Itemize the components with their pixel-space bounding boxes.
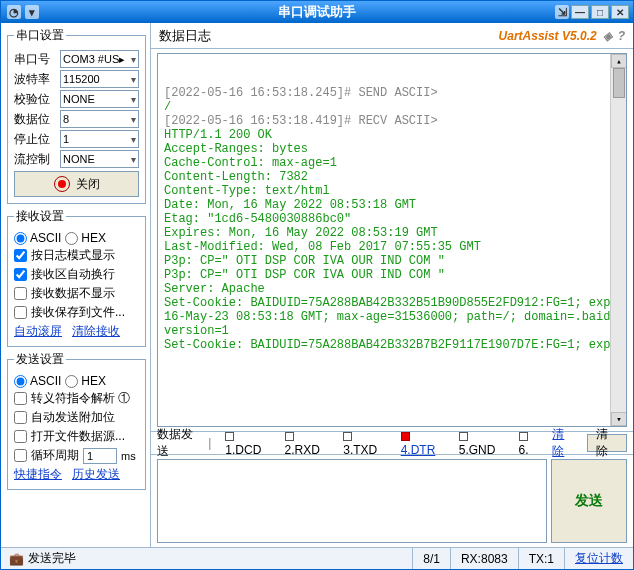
app-icon: ◔ — [7, 5, 21, 19]
diamond-icon[interactable]: ◈ — [603, 29, 612, 43]
scroll-down-icon[interactable]: ▾ — [611, 412, 627, 426]
send-opt-openfile[interactable]: 打开文件数据源... — [14, 428, 139, 445]
ready-icon: 💼 — [9, 552, 24, 566]
pin-icon[interactable]: ⇲ — [555, 5, 569, 19]
log-line: 16-May-23 08:53:18 GMT; max-age=31536000… — [164, 310, 620, 324]
log-line: / — [164, 100, 620, 114]
log-line: Content-Type: text/html — [164, 184, 620, 198]
log-line: P3p: CP=" OTI DSP COR IVA OUR IND COM " — [164, 254, 620, 268]
port-settings-group: 串口设置 串口号COM3 #US▸ 波特率115200 校验位NONE 数据位8… — [7, 27, 146, 204]
recv-settings-group: 接收设置 ASCII HEX 按日志模式显示 接收区自动换行 接收数据不显示 接… — [7, 208, 146, 347]
app-window: ◔ ▾ 串口调试助手 ⇲ — □ ✕ 串口设置 串口号COM3 #US▸ 波特率… — [0, 0, 634, 570]
send-hex-radio[interactable]: HEX — [65, 374, 106, 388]
pin-txd[interactable]: 3.TXD — [337, 427, 390, 459]
clear-top-link[interactable]: 清除 — [552, 426, 574, 460]
pin-gnd[interactable]: 5.GND — [453, 427, 509, 459]
log-title: 数据日志 — [159, 27, 211, 45]
send-input[interactable] — [157, 459, 547, 543]
log-line: P3p: CP=" OTI DSP COR IVA OUR IND COM " — [164, 268, 620, 282]
send-opt-append[interactable]: 自动发送附加位 — [14, 409, 139, 426]
right-panel: 数据日志 UartAssist V5.0.2 ◈ ? [2022-05-16 1… — [151, 23, 633, 547]
status-bar: 💼 发送完毕 8/1 RX:8083 TX:1 复位计数 — [1, 547, 633, 569]
scroll-thumb[interactable] — [613, 68, 625, 98]
close-window-button[interactable]: ✕ — [611, 5, 629, 19]
title-bar[interactable]: ◔ ▾ 串口调试助手 ⇲ — □ ✕ — [1, 1, 633, 23]
send-button[interactable]: 发送 — [551, 459, 627, 543]
send-header: 数据发送 | 1.DCD 2.RXD 3.TXD 4.DTR 5.GND 6. … — [151, 431, 633, 455]
pin-dcd[interactable]: 1.DCD — [219, 427, 274, 459]
send-title: 数据发送 — [157, 426, 200, 460]
status-ready: 发送完毕 — [28, 550, 76, 567]
pin-six[interactable]: 6. — [513, 427, 545, 459]
close-port-label: 关闭 — [76, 176, 100, 193]
log-line: Etag: "1cd6-5480030886bc0" — [164, 212, 620, 226]
flow-label: 流控制 — [14, 151, 56, 168]
left-panel: 串口设置 串口号COM3 #US▸ 波特率115200 校验位NONE 数据位8… — [1, 23, 151, 547]
port-settings-legend: 串口设置 — [14, 27, 66, 44]
log-line: Date: Mon, 16 May 2022 08:53:18 GMT — [164, 198, 620, 212]
log-line: Cache-Control: max-age=1 — [164, 156, 620, 170]
parity-combo[interactable]: NONE — [60, 90, 139, 108]
close-port-button[interactable]: 关闭 — [14, 171, 139, 197]
flow-combo[interactable]: NONE — [60, 150, 139, 168]
recv-ascii-radio[interactable]: ASCII — [14, 231, 61, 245]
dropdown-icon[interactable]: ▾ — [25, 5, 39, 19]
help-icon[interactable]: ? — [618, 29, 625, 43]
log-line: Accept-Ranges: bytes — [164, 142, 620, 156]
log-line: [2022-05-16 16:53:18.419]# RECV ASCII> — [164, 114, 620, 128]
log-line: HTTP/1.1 200 OK — [164, 128, 620, 142]
recv-settings-legend: 接收设置 — [14, 208, 66, 225]
log-line: Set-Cookie: BAIDUID=75A288BAB42B332B51B9… — [164, 296, 620, 310]
recv-opt-logmode[interactable]: 按日志模式显示 — [14, 247, 139, 264]
send-opt-loop[interactable]: 循环周期 1 ms — [14, 447, 139, 464]
log-header: 数据日志 UartAssist V5.0.2 ◈ ? — [151, 23, 633, 49]
status-dot-icon — [54, 176, 70, 192]
status-rx: RX:8083 — [450, 548, 518, 569]
recv-opt-autowrap[interactable]: 接收区自动换行 — [14, 266, 139, 283]
log-line: Expires: Mon, 16 May 2022 08:53:19 GMT — [164, 226, 620, 240]
minimize-button[interactable]: — — [571, 5, 589, 19]
port-combo[interactable]: COM3 #US▸ — [60, 50, 139, 68]
status-tx: TX:1 — [518, 548, 564, 569]
log-scrollbar[interactable]: ▴ ▾ — [610, 54, 626, 426]
recv-hex-radio[interactable]: HEX — [65, 231, 106, 245]
log-line: [2022-05-16 16:53:18.245]# SEND ASCII> — [164, 86, 620, 100]
autoscroll-link[interactable]: 自动滚屏 — [14, 324, 62, 338]
log-line: Server: Apache — [164, 282, 620, 296]
log-line: Last-Modified: Wed, 08 Feb 2017 07:55:35… — [164, 240, 620, 254]
status-ratio: 8/1 — [412, 548, 450, 569]
port-label: 串口号 — [14, 51, 56, 68]
pin-rxd[interactable]: 2.RXD — [279, 427, 334, 459]
baud-label: 波特率 — [14, 71, 56, 88]
history-link[interactable]: 历史发送 — [72, 467, 120, 481]
send-settings-group: 发送设置 ASCII HEX 转义符指令解析 ① 自动发送附加位 打开文件数据源… — [7, 351, 146, 490]
log-line: version=1 — [164, 324, 620, 338]
baud-combo[interactable]: 115200 — [60, 70, 139, 88]
maximize-button[interactable]: □ — [591, 5, 609, 19]
log-area[interactable]: [2022-05-16 16:53:18.245]# SEND ASCII>/[… — [157, 53, 627, 427]
send-settings-legend: 发送设置 — [14, 351, 66, 368]
pin-dtr[interactable]: 4.DTR — [395, 427, 449, 459]
loop-period-input[interactable]: 1 — [83, 448, 117, 464]
quickcmd-link[interactable]: 快捷指令 — [14, 467, 62, 481]
data-label: 数据位 — [14, 111, 56, 128]
log-line: Content-Length: 7382 — [164, 170, 620, 184]
reset-counter-link[interactable]: 复位计数 — [564, 548, 633, 569]
stop-label: 停止位 — [14, 131, 56, 148]
parity-label: 校验位 — [14, 91, 56, 108]
log-line: Set-Cookie: BAIDUID=75A288BAB42B332B7B2F… — [164, 338, 620, 352]
clear-send-button[interactable]: 清除 — [587, 434, 627, 452]
recv-opt-savefile[interactable]: 接收保存到文件... — [14, 304, 139, 321]
version-label: UartAssist V5.0.2 — [499, 29, 597, 43]
stop-combo[interactable]: 1 — [60, 130, 139, 148]
send-ascii-radio[interactable]: ASCII — [14, 374, 61, 388]
send-opt-escape[interactable]: 转义符指令解析 ① — [14, 390, 139, 407]
scroll-up-icon[interactable]: ▴ — [611, 54, 627, 68]
recv-opt-hide[interactable]: 接收数据不显示 — [14, 285, 139, 302]
clear-recv-link[interactable]: 清除接收 — [72, 324, 120, 338]
data-combo[interactable]: 8 — [60, 110, 139, 128]
window-title: 串口调试助手 — [278, 3, 356, 21]
